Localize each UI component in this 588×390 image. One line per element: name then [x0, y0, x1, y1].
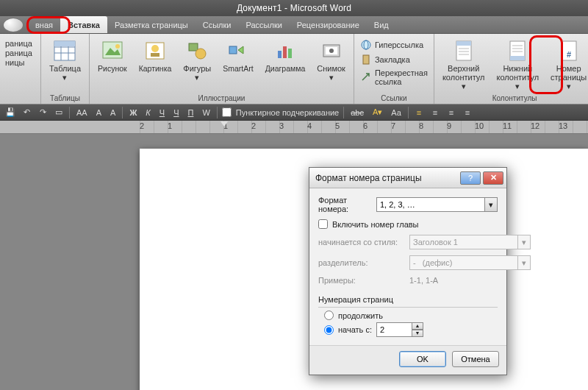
- start-at-radio[interactable]: [324, 325, 334, 335]
- qat-bold[interactable]: Ж: [127, 108, 139, 117]
- hyperlink-button[interactable]: Гиперссылка: [359, 38, 429, 52]
- spin-down-icon[interactable]: ▼: [412, 330, 423, 337]
- group-pages-truncated: раница раница ницы: [0, 34, 41, 104]
- svg-rect-16: [278, 51, 282, 58]
- qat-italic[interactable]: К: [143, 108, 152, 117]
- svg-rect-24: [363, 55, 369, 64]
- tab-review[interactable]: Рецензирование: [290, 16, 367, 33]
- separator-label: разделитель:: [318, 258, 405, 267]
- continue-radio[interactable]: [324, 311, 334, 320]
- shapes-button[interactable]: Фигуры ▾: [179, 37, 215, 94]
- ribbon-tab-bar: вная Вставка Разметка страницы Ссылки Ра…: [0, 16, 588, 34]
- qat-w[interactable]: W: [200, 108, 212, 117]
- dialog-titlebar[interactable]: Формат номера страницы ? ✕: [309, 168, 506, 188]
- smartart-icon: [226, 39, 250, 63]
- bookmark-button[interactable]: Закладка: [359, 53, 429, 66]
- qat-under-2[interactable]: Ч: [171, 108, 181, 117]
- cancel-button[interactable]: Отмена: [452, 351, 499, 367]
- align-left-icon[interactable]: ≡: [413, 107, 425, 118]
- qat-aaa[interactable]: Аа: [389, 108, 404, 117]
- start-at-label: начать с:: [338, 325, 372, 334]
- svg-point-21: [329, 49, 334, 53]
- crossref-icon: [360, 71, 372, 83]
- qat-open-icon[interactable]: ▭: [53, 107, 65, 118]
- include-chapter-check[interactable]: [318, 219, 328, 229]
- qat-a2[interactable]: А: [94, 108, 104, 117]
- page-number-icon: #: [557, 39, 581, 63]
- group-hf-label: Колонтитулы: [439, 94, 588, 104]
- qat-under-1[interactable]: Ч: [157, 108, 167, 117]
- svg-point-22: [362, 40, 370, 49]
- svg-rect-31: [510, 56, 525, 60]
- style-label: начинается со стиля:: [318, 238, 405, 247]
- group-illustrations-label: Иллюстрации: [94, 94, 349, 104]
- dialog-close-button[interactable]: ✕: [483, 171, 503, 185]
- save-icon[interactable]: 💾: [4, 107, 16, 118]
- svg-rect-5: [54, 41, 75, 46]
- chevron-down-icon: ▾: [517, 255, 531, 270]
- qat-strike[interactable]: abc: [348, 108, 366, 117]
- chart-label: Диаграмма: [265, 64, 306, 73]
- ok-button[interactable]: OK: [399, 351, 446, 367]
- page-number-label: Номер страницы ▾: [551, 64, 587, 91]
- shapes-icon: [185, 39, 209, 63]
- group-label: [1, 94, 36, 104]
- horizontal-ruler: 2112345678910111213: [0, 121, 588, 134]
- tab-view[interactable]: Вид: [367, 16, 396, 33]
- chevron-down-icon: ▾: [517, 235, 531, 249]
- ruler-indent-marker[interactable]: [220, 121, 228, 127]
- chevron-down-icon[interactable]: ▾: [484, 197, 498, 212]
- screenshot-button[interactable]: Снимок ▾: [313, 37, 349, 94]
- align-right-icon[interactable]: ≡: [445, 107, 457, 118]
- pages-item[interactable]: раница раница ницы: [1, 37, 36, 94]
- tab-insert[interactable]: Вставка: [60, 16, 107, 33]
- format-dropdown[interactable]: ▾: [376, 197, 498, 212]
- redo-icon[interactable]: ↷: [37, 107, 49, 118]
- svg-rect-26: [456, 41, 471, 46]
- chart-button[interactable]: Диаграмма: [262, 37, 309, 94]
- group-illustrations: Рисунок Картинка Фигуры ▾ SmartArt Диагр…: [90, 34, 354, 104]
- footer-label: Нижний колонтитул ▾: [497, 64, 539, 91]
- start-at-input[interactable]: [376, 322, 412, 337]
- table-button[interactable]: Таблица ▾: [46, 37, 85, 94]
- header-button[interactable]: Верхний колонтитул ▾: [439, 37, 489, 94]
- separator-dropdown: ▾: [409, 255, 531, 270]
- table-icon: [53, 39, 76, 63]
- start-at-spinner[interactable]: ▲▼: [376, 322, 423, 337]
- dialog-title: Формат номера страницы: [315, 173, 458, 183]
- examples-value: 1-1, 1-A: [409, 276, 438, 285]
- picture-icon: [101, 39, 124, 63]
- svg-rect-12: [189, 43, 198, 51]
- svg-rect-17: [283, 46, 287, 58]
- office-orb-button[interactable]: [3, 18, 24, 32]
- align-justify-icon[interactable]: ≡: [462, 107, 473, 118]
- footer-button[interactable]: Нижний колонтитул ▾: [493, 37, 543, 94]
- dashed-underline-check[interactable]: [222, 107, 232, 117]
- qat-a3[interactable]: А: [108, 108, 118, 117]
- page-number-button[interactable]: # Номер страницы ▾: [547, 37, 588, 94]
- spin-up-icon[interactable]: ▲: [412, 322, 423, 330]
- tab-home-truncated[interactable]: вная: [28, 16, 60, 33]
- smartart-button[interactable]: SmartArt: [219, 37, 257, 94]
- qat-aa[interactable]: AА: [74, 108, 90, 117]
- format-label: Формат номера:: [318, 196, 372, 213]
- picture-label: Рисунок: [98, 64, 127, 73]
- tab-mailings[interactable]: Рассылки: [238, 16, 289, 33]
- qat-color-a[interactable]: A▾: [370, 107, 384, 117]
- clipart-button[interactable]: Картинка: [135, 37, 176, 94]
- hyperlink-icon: [360, 39, 372, 51]
- undo-icon[interactable]: ↶: [21, 107, 32, 118]
- svg-point-13: [196, 49, 206, 59]
- svg-rect-18: [288, 49, 292, 58]
- tab-references[interactable]: Ссылки: [196, 16, 239, 33]
- align-center-icon[interactable]: ≡: [429, 107, 441, 118]
- include-chapter-label: Включить номер главы: [332, 220, 419, 229]
- picture-button[interactable]: Рисунок: [94, 37, 131, 94]
- dialog-help-button[interactable]: ?: [460, 171, 481, 185]
- svg-marker-15: [238, 46, 243, 54]
- tab-page-layout[interactable]: Разметка страницы: [107, 16, 196, 33]
- qat-under-3[interactable]: П: [186, 108, 196, 117]
- crossref-button[interactable]: Перекрестная ссылка: [359, 68, 429, 87]
- shapes-label: Фигуры ▾: [183, 64, 211, 82]
- format-value[interactable]: [376, 197, 484, 212]
